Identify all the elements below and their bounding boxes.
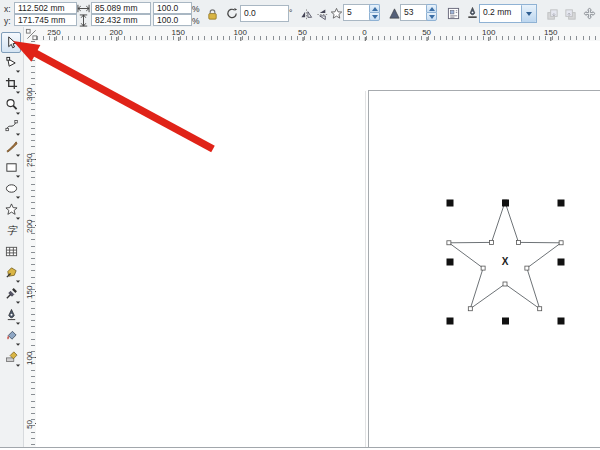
dropdown-arrow-icon[interactable] — [521, 5, 536, 22]
position-button[interactable] — [580, 4, 598, 23]
shape-tool-button[interactable] — [1, 53, 21, 72]
object-height-field[interactable]: 82.432 mm — [91, 14, 151, 26]
coreldraw-window: x: 112.502 mm y: 171.745 mm 85.089 mm 82… — [0, 0, 600, 450]
outline-width-dropdown[interactable]: 0.2 mm — [479, 4, 537, 23]
wrap-text-button[interactable] — [444, 4, 462, 23]
v-ruler-label: 100 — [25, 352, 34, 365]
rectangle-tool-icon — [5, 161, 18, 174]
rotation-degree-suffix: ° — [289, 8, 292, 18]
rectangle-tool-button[interactable] — [1, 158, 21, 177]
star-sharpness-spinner[interactable] — [426, 4, 437, 21]
four-arrow-icon — [583, 7, 596, 20]
h-ruler-label: 250 — [47, 28, 60, 37]
vertical-ruler[interactable]: 30025020015010050 — [23, 41, 37, 447]
star-points-spinner[interactable] — [369, 4, 380, 21]
y-position-field[interactable]: 171.745 mm — [14, 14, 77, 26]
h-ruler-label: 0 — [362, 28, 366, 37]
to-front-icon — [546, 8, 559, 21]
pick-tool-button[interactable] — [1, 32, 21, 53]
scale-vertical-percent: % — [192, 16, 200, 26]
x-position-field[interactable]: 112.502 mm — [14, 2, 77, 14]
freehand-tool-icon — [5, 119, 18, 132]
polygon-tool-button[interactable] — [1, 200, 21, 219]
outline-pen-tool-button[interactable] — [1, 305, 21, 324]
crop-tool-icon — [5, 77, 18, 90]
window-bottom-border — [0, 447, 600, 448]
ellipse-tool-icon — [5, 182, 18, 195]
table-tool-icon — [5, 245, 18, 258]
interactive-fill-tool-button[interactable] — [1, 347, 21, 366]
smart-fill-tool-button[interactable] — [1, 263, 21, 282]
text-tool-icon: 字 — [5, 224, 18, 237]
ruler-origin-icon[interactable] — [25, 28, 36, 39]
v-ruler-label: 250 — [25, 154, 34, 167]
interactive-fill-tool-icon — [5, 350, 18, 363]
toolbox: 字 — [0, 27, 24, 448]
x-position-label: x: — [4, 4, 11, 14]
horizontal-ruler[interactable]: 25020015010050050100150 — [23, 27, 600, 42]
spinner-down-icon[interactable] — [369, 12, 380, 21]
outline-pen-tool-icon — [5, 308, 18, 321]
pick-tool-icon — [5, 36, 18, 49]
star-points-field[interactable]: 5 — [343, 4, 372, 21]
outline-width-icon — [466, 6, 479, 19]
to-back-button[interactable] — [561, 5, 579, 24]
star-points-icon — [330, 7, 343, 20]
outline-width-value: 0.2 mm — [480, 5, 521, 22]
mirror-horizontal-icon — [300, 8, 313, 21]
h-ruler-label: 100 — [482, 28, 495, 37]
h-ruler-label: 100 — [234, 28, 247, 37]
object-height-icon — [77, 14, 90, 27]
polygon-tool-icon — [5, 203, 18, 216]
object-width-field[interactable]: 85.089 mm — [91, 2, 151, 14]
star-sharpness-field[interactable]: 53 — [400, 4, 429, 21]
text-tool-button[interactable]: 字 — [1, 221, 21, 240]
zoom-tool-icon — [5, 98, 18, 111]
lock-icon — [206, 8, 219, 21]
h-ruler-label: 200 — [109, 28, 122, 37]
h-ruler-label: 150 — [172, 28, 185, 37]
v-ruler-label: 150 — [25, 286, 34, 299]
h-ruler-label: 50 — [298, 28, 307, 37]
table-tool-button[interactable] — [1, 242, 21, 261]
h-ruler-label: 50 — [422, 28, 431, 37]
v-ruler-label: 300 — [25, 88, 34, 101]
scale-lock-button[interactable] — [203, 5, 221, 24]
artistic-media-tool-button[interactable] — [1, 137, 21, 156]
crop-tool-button[interactable] — [1, 74, 21, 93]
to-back-icon — [564, 8, 577, 21]
rotation-angle-field[interactable]: 0.0 — [240, 5, 289, 22]
eyedropper-tool-button[interactable] — [1, 284, 21, 303]
h-ruler-label: 150 — [544, 28, 557, 37]
spinner-up-icon[interactable] — [369, 4, 380, 12]
shape-tool-icon — [5, 56, 18, 69]
artistic-media-tool-icon — [5, 140, 18, 153]
spinner-down-icon[interactable] — [426, 12, 437, 21]
to-front-button[interactable] — [543, 5, 561, 24]
y-position-label: y: — [4, 16, 11, 26]
drawing-canvas[interactable] — [36, 41, 600, 447]
freehand-tool-button[interactable] — [1, 116, 21, 135]
mirror-vertical-icon — [316, 8, 329, 21]
page-border — [368, 90, 600, 448]
scale-vertical-field[interactable]: 100.0 — [153, 14, 192, 26]
ellipse-tool-button[interactable] — [1, 179, 21, 198]
scale-horizontal-field[interactable]: 100.0 — [153, 2, 192, 14]
mirror-vertical-button[interactable] — [313, 5, 331, 24]
smart-fill-tool-icon — [5, 266, 18, 279]
eyedropper-tool-icon — [5, 287, 18, 300]
rotate-icon — [226, 7, 239, 20]
fill-tool-button[interactable] — [1, 326, 21, 345]
v-ruler-label: 50 — [25, 418, 34, 431]
property-bar: x: 112.502 mm y: 171.745 mm 85.089 mm 82… — [0, 0, 600, 28]
zoom-tool-button[interactable] — [1, 95, 21, 114]
ruler-ticks — [31, 41, 35, 447]
v-ruler-label: 200 — [25, 220, 34, 233]
fill-tool-icon — [5, 329, 18, 342]
spinner-up-icon[interactable] — [426, 4, 437, 12]
scale-horizontal-percent: % — [192, 4, 200, 14]
svg-text:字: 字 — [6, 225, 18, 236]
wrap-text-icon — [447, 7, 460, 20]
